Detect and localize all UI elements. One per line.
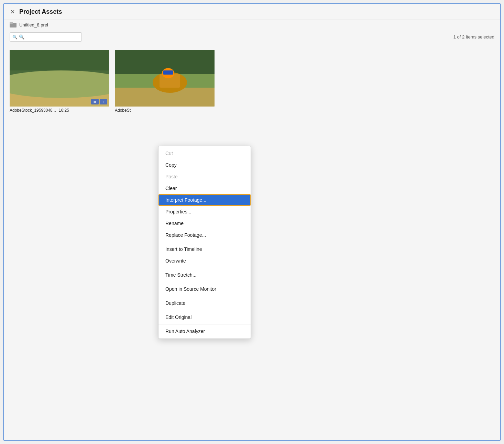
file-name: Untitled_8.prel [19,22,48,27]
menu-item-edit-original[interactable]: Edit Original [158,311,251,323]
thumbnail-item-2[interactable]: AdobeSt [115,50,215,113]
menu-item-copy[interactable]: Copy [158,159,251,171]
menu-item-interpret-footage[interactable]: Interpret Footage... [158,194,251,206]
thumb-label-2: AdobeSt [115,108,215,113]
menu-item-replace-footage[interactable]: Replace Footage... [158,229,251,241]
thumb-label-1: AdobeStock_19593048... 16:25 [10,108,109,113]
audio-icon: ♫ [100,99,107,104]
menu-item-overwrite[interactable]: Overwrite [158,255,251,267]
folder-icon [10,22,17,27]
thumbnails-row: ▦ ♫ AdobeStock_19593048... 16:25 [10,50,494,113]
file-row: Untitled_8.prel [4,20,500,30]
menu-item-cut[interactable]: Cut [158,147,251,159]
search-icon: 🔍 [12,35,18,40]
close-icon[interactable]: ✕ [10,9,15,15]
thumbnail-item-1[interactable]: ▦ ♫ AdobeStock_19593048... 16:25 [10,50,109,113]
divider-1 [158,242,251,242]
svg-rect-1 [10,22,13,24]
thumbnail-image-2 [115,50,215,107]
menu-item-properties[interactable]: Properties... [158,206,251,218]
search-input-wrapper: 🔍 [10,32,82,42]
panel-header: ✕ Project Assets [4,4,500,20]
menu-item-time-stretch[interactable]: Time Stretch... [158,269,251,281]
divider-5 [158,310,251,310]
project-assets-panel: ✕ Project Assets Untitled_8.prel 🔍 1 of … [3,3,501,441]
divider-3 [158,282,251,282]
divider-4 [158,296,251,296]
svg-point-6 [10,70,109,98]
search-input[interactable] [10,32,82,42]
divider-6 [158,324,251,324]
panel-title: Project Assets [19,8,62,15]
menu-item-duplicate[interactable]: Duplicate [158,297,251,309]
menu-item-insert-to-timeline[interactable]: Insert to Timeline [158,243,251,255]
divider-2 [158,268,251,268]
menu-item-open-in-source-monitor[interactable]: Open in Source Monitor [158,283,251,295]
items-count: 1 of 2 items selected [453,34,494,40]
video-icon: ▦ [91,99,99,104]
context-menu: Cut Copy Paste Clear Interpret Footage..… [158,146,251,339]
menu-item-paste[interactable]: Paste [158,171,251,182]
search-bar-row: 🔍 1 of 2 items selected [4,30,500,44]
svg-rect-7 [10,50,109,70]
assets-area: ▦ ♫ AdobeStock_19593048... 16:25 [4,44,500,440]
media-icons-1: ▦ ♫ [91,99,107,104]
menu-item-clear[interactable]: Clear [158,182,251,194]
thumbnail-image-1: ▦ ♫ [10,50,109,107]
svg-rect-15 [163,70,173,75]
menu-item-run-auto-analyzer[interactable]: Run Auto Analyzer [158,325,251,337]
menu-item-rename[interactable]: Rename [158,218,251,229]
